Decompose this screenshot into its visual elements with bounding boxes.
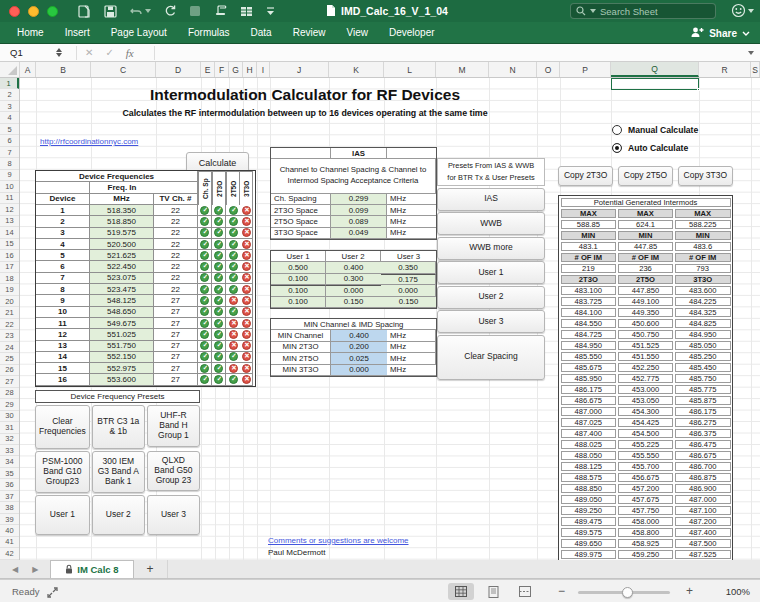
- normal-view-button[interactable]: [448, 583, 474, 600]
- new-workbook-icon[interactable]: [78, 5, 91, 18]
- preset-button[interactable]: User 1: [437, 261, 545, 284]
- row-header-40[interactable]: 40: [0, 525, 19, 536]
- row-header-19[interactable]: 19: [0, 284, 19, 295]
- user1-value-cell[interactable]: 0.100: [271, 297, 326, 308]
- column-header-F[interactable]: F: [215, 62, 229, 77]
- row-header-27[interactable]: 27: [0, 376, 19, 387]
- prev-sheet-arrow-icon[interactable]: ◀: [12, 565, 18, 574]
- confirm-entry-icon[interactable]: ✓: [105, 47, 113, 58]
- row-header-25[interactable]: 25: [0, 353, 19, 364]
- row-header-42[interactable]: 42: [0, 548, 19, 559]
- cancel-entry-icon[interactable]: ✕: [85, 47, 93, 58]
- user2-value-cell[interactable]: 0.150: [326, 297, 381, 308]
- row-header-29[interactable]: 29: [0, 399, 19, 410]
- freq-preset-button[interactable]: 300 IEM G3 Band A Bank 1: [92, 451, 145, 493]
- row-header-17[interactable]: 17: [0, 262, 19, 273]
- row-header-11[interactable]: 11: [0, 193, 19, 204]
- device-frequency-cell[interactable]: 548.125: [90, 295, 154, 306]
- sheet-tab-im-calc-8[interactable]: IM Calc 8: [50, 560, 133, 578]
- zoom-percentage[interactable]: 100%: [706, 586, 750, 597]
- preset-button[interactable]: WWB more: [437, 237, 545, 260]
- device-frequency-cell[interactable]: 551.750: [90, 341, 154, 352]
- column-header-J[interactable]: J: [270, 62, 329, 77]
- ribbon-tab[interactable]: Developer: [389, 27, 435, 38]
- zoom-in-button[interactable]: +: [686, 584, 693, 598]
- row-header-22[interactable]: 22: [0, 319, 19, 330]
- paste-icon[interactable]: [189, 5, 201, 17]
- zoom-slider-knob[interactable]: [622, 587, 633, 598]
- device-frequency-cell[interactable]: 518.350: [90, 205, 154, 216]
- row-header-15[interactable]: 15: [0, 239, 19, 250]
- column-header-D[interactable]: D: [156, 62, 201, 77]
- row-header-21[interactable]: 21: [0, 307, 19, 318]
- row-header-1[interactable]: 1: [0, 78, 19, 89]
- ribbon-tab[interactable]: Insert: [65, 27, 90, 38]
- preset-button[interactable]: IAS: [437, 188, 545, 211]
- row-header-36[interactable]: 36: [0, 479, 19, 490]
- row-header-14[interactable]: 14: [0, 227, 19, 238]
- freq-preset-button[interactable]: User 1: [35, 495, 90, 535]
- auto-calculate-radio[interactable]: Auto Calculate: [612, 143, 688, 153]
- column-header-P[interactable]: P: [560, 62, 611, 77]
- device-frequency-cell[interactable]: 548.650: [90, 307, 154, 318]
- website-link[interactable]: http://rfcoordinationnyc.com: [40, 137, 138, 146]
- selected-cell-Q1[interactable]: [611, 78, 699, 90]
- device-frequency-cell[interactable]: 518.850: [90, 216, 154, 227]
- row-header-2[interactable]: 2: [0, 89, 19, 100]
- device-frequency-cell[interactable]: 552.975: [90, 363, 154, 374]
- zoom-out-button[interactable]: −: [558, 584, 565, 598]
- row-header-23[interactable]: 23: [0, 330, 19, 341]
- page-break-view-button[interactable]: [512, 583, 538, 600]
- row-header-9[interactable]: 9: [0, 170, 19, 181]
- column-header-O[interactable]: O: [537, 62, 560, 77]
- device-frequency-cell[interactable]: 522.450: [90, 261, 154, 272]
- min-row-value[interactable]: 0.200: [331, 342, 387, 353]
- column-header-Q[interactable]: Q: [611, 62, 699, 77]
- more-commands-icon[interactable]: [266, 7, 275, 16]
- column-header-E[interactable]: E: [201, 62, 215, 77]
- row-header-37[interactable]: 37: [0, 491, 19, 502]
- row-header-4[interactable]: 4: [0, 112, 19, 123]
- name-box-stepper[interactable]: [56, 48, 62, 57]
- column-header-G[interactable]: G: [229, 62, 243, 77]
- row-header-12[interactable]: 12: [0, 204, 19, 215]
- row-header-13[interactable]: 13: [0, 216, 19, 227]
- copy-button[interactable]: Copy 3T3O: [678, 166, 733, 186]
- insert-function-icon[interactable]: fx: [126, 47, 134, 59]
- preset-button[interactable]: Clear Spacing: [437, 335, 545, 380]
- user1-value-cell[interactable]: 0.500: [271, 262, 326, 273]
- preset-button[interactable]: User 2: [437, 286, 545, 309]
- row-header-6[interactable]: 6: [0, 135, 19, 146]
- min-row-value[interactable]: 0.400: [331, 330, 387, 341]
- device-frequency-cell[interactable]: 553.600: [90, 374, 154, 385]
- close-window-button[interactable]: [9, 6, 20, 17]
- column-header-M[interactable]: M: [436, 62, 489, 77]
- user3-value-cell[interactable]: 0.175: [381, 274, 436, 285]
- device-frequency-cell[interactable]: 520.500: [90, 239, 154, 250]
- user1-value-cell[interactable]: 0.100: [271, 285, 326, 296]
- column-header-R[interactable]: R: [699, 62, 751, 77]
- row-header-18[interactable]: 18: [0, 273, 19, 284]
- ribbon-tab[interactable]: Home: [17, 27, 44, 38]
- worksheet-grid[interactable]: Intermodulation Calculator for RF Device…: [0, 78, 760, 560]
- next-sheet-arrow-icon[interactable]: ▶: [32, 565, 38, 574]
- row-header-10[interactable]: 10: [0, 181, 19, 192]
- copy-button[interactable]: Copy 2T5O: [618, 166, 673, 186]
- zoom-window-button[interactable]: [47, 6, 58, 17]
- row-header-39[interactable]: 39: [0, 514, 19, 525]
- preset-button[interactable]: WWB: [437, 212, 545, 235]
- row-header-3[interactable]: 3: [0, 101, 19, 112]
- row-header-30[interactable]: 30: [0, 411, 19, 422]
- device-frequency-cell[interactable]: 549.675: [90, 318, 154, 329]
- ias-row-value[interactable]: 0.089: [331, 216, 387, 227]
- device-frequency-cell[interactable]: 552.150: [90, 352, 154, 363]
- copy-button[interactable]: Copy 2T3O: [558, 166, 613, 186]
- column-header-I[interactable]: I: [257, 62, 270, 77]
- freq-preset-button[interactable]: Clear Frequencies: [35, 405, 90, 449]
- min-row-value[interactable]: 0.025: [331, 353, 387, 364]
- freq-preset-button[interactable]: PSM-1000 Band G10 Group23: [35, 451, 90, 493]
- ias-row-value[interactable]: 0.049: [331, 228, 387, 239]
- minimize-window-button[interactable]: [28, 6, 39, 17]
- device-frequency-cell[interactable]: 519.575: [90, 228, 154, 239]
- row-header-26[interactable]: 26: [0, 365, 19, 376]
